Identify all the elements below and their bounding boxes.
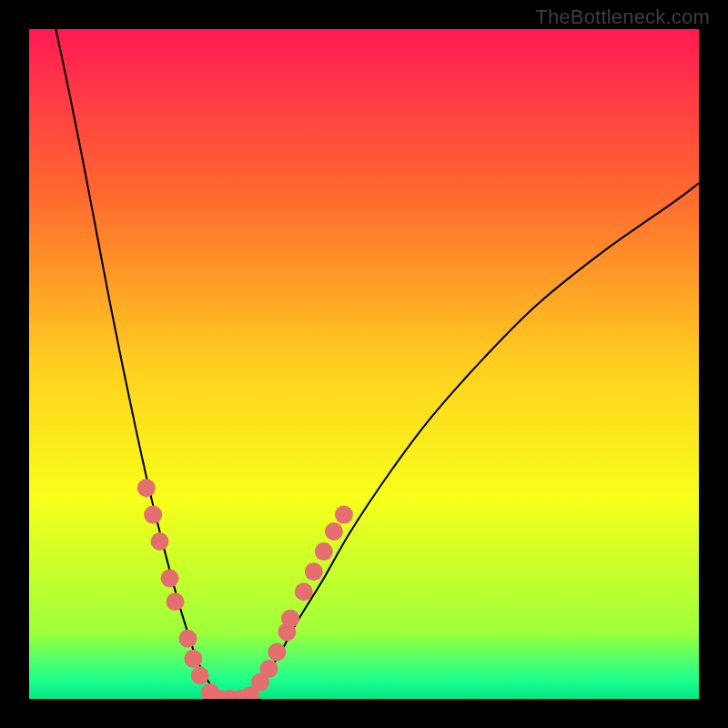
gradient-bg bbox=[29, 29, 699, 699]
marker-dot bbox=[166, 592, 184, 611]
marker-dot bbox=[259, 660, 278, 678]
marker-dot bbox=[295, 582, 313, 601]
marker-dot bbox=[151, 532, 169, 551]
chart-area bbox=[29, 29, 699, 699]
outer-frame: TheBottleneck.com bbox=[0, 0, 728, 728]
marker-dot bbox=[315, 542, 333, 561]
chart-svg bbox=[29, 29, 699, 699]
marker-dot bbox=[325, 522, 343, 541]
marker-dot bbox=[191, 666, 209, 684]
marker-dot bbox=[137, 479, 156, 497]
watermark-text: TheBottleneck.com bbox=[535, 5, 710, 29]
marker-dot bbox=[281, 610, 299, 628]
marker-dot bbox=[184, 650, 202, 668]
marker-dot bbox=[335, 506, 353, 524]
marker-dot bbox=[305, 562, 323, 581]
marker-dot bbox=[178, 630, 197, 648]
marker-dot bbox=[161, 570, 179, 588]
marker-dot bbox=[144, 506, 162, 524]
marker-dot bbox=[268, 642, 286, 661]
